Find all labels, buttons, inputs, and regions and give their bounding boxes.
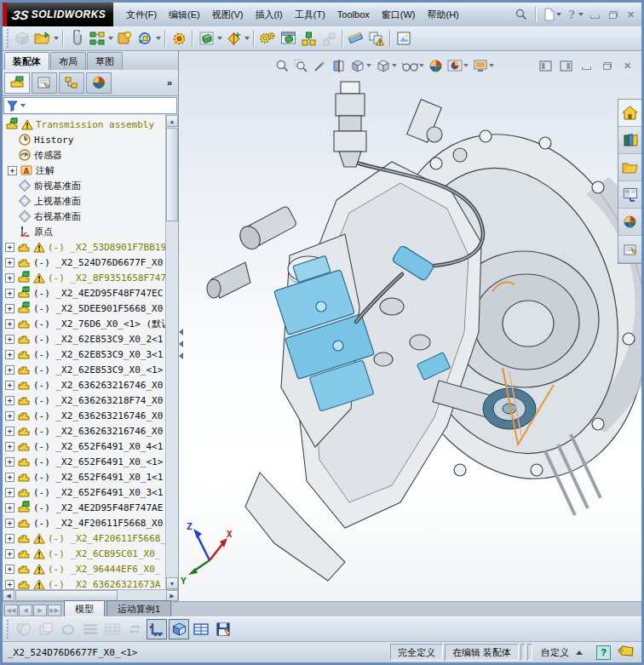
tag-icon[interactable] [618,645,635,659]
expand-icon[interactable]: + [5,442,14,451]
section-view-button[interactable] [331,57,347,74]
graphics-area[interactable]: Z X Y [179,51,641,601]
shaded-view-button[interactable] [169,619,189,639]
scroll-left-arrow[interactable]: ◀ [3,590,14,601]
menu-insert[interactable]: 插入(I) [249,6,288,24]
tree-folder[interactable]: 原点 [3,224,165,239]
chevron-down-icon[interactable] [244,37,250,40]
expand-icon[interactable]: + [5,457,14,467]
tree-component[interactable]: +(-) _X2_76D6_X0_<1> (默认 [3,316,165,331]
expand-icon[interactable]: + [5,396,14,405]
exploded-view-button[interactable] [298,28,319,49]
expand-icon[interactable]: + [5,381,14,390]
filter-animation-button[interactable] [14,619,34,639]
interference-detection-button[interactable] [366,28,387,49]
tab-scroll-first-button[interactable]: ◀◀ [4,605,18,616]
attachment-button[interactable] [66,28,87,49]
tree-component[interactable]: +(-) _X2_53D8901F7BB19 [3,239,165,255]
expand-icon[interactable]: + [5,411,14,421]
document-minimize-button[interactable] [579,60,594,72]
tree-component[interactable]: +(-) _X2_62E853C9_X0_3<1 [3,347,165,362]
tree-folder[interactable]: +A注解 [3,163,165,178]
document-restore-button[interactable] [600,60,614,72]
chart-axes-button[interactable] [147,619,167,639]
tree-component[interactable]: +(-) _X2_636263216746_X0 [3,377,165,393]
tab-assembly[interactable]: 装配体 [4,52,49,70]
previous-view-button[interactable] [312,57,328,74]
expand-icon[interactable]: + [5,289,14,298]
tab-scroll-last-button[interactable]: ▶▶ [48,605,61,616]
tree-component[interactable]: +(-) _X2_8F9351658F747 [3,270,165,285]
swap-arrows-button[interactable] [124,619,145,639]
expand-icon[interactable]: + [5,319,14,329]
tree-folder[interactable]: 前视基准面 [3,178,165,193]
chevron-down-icon[interactable] [20,104,26,107]
scroll-up-arrow[interactable]: ▲ [166,115,178,127]
pane-toggle-right-icon[interactable] [559,57,573,74]
quick-tips-button[interactable]: ? [596,645,611,660]
tree-component[interactable]: +(-) _X2_652F6491_X0_1<1 [3,469,165,484]
expand-icon[interactable]: + [5,335,14,344]
tree-component[interactable]: +(-) _X2_6CB95C01_X0_ [3,546,165,561]
menu-help[interactable]: 帮助(H) [421,6,464,24]
tree-component[interactable]: +(-) _X2_652F6491_X0_4<1 [3,439,165,454]
expand-icon[interactable]: + [8,166,17,175]
menu-window[interactable]: 窗口(W) [376,6,422,24]
explode-line-sketch-button[interactable] [319,28,339,49]
document-close-button[interactable]: ✕ [620,60,635,72]
tree-component[interactable]: +(-) _X2_636263216746_X0 [3,423,165,439]
solidworks-resources-button[interactable] [618,100,641,127]
tree-filter-input[interactable] [3,97,177,114]
tree-component[interactable]: +(-) _X2_62E853C9_X0_<1> [3,362,165,377]
tab-displaymanager[interactable] [86,72,112,94]
expand-icon[interactable]: + [5,427,14,436]
tree-component[interactable]: +(-) _X2_652F6491_X0_3<1 [3,484,165,500]
gears-button[interactable] [257,28,278,49]
hide-show-items-button[interactable] [400,57,425,74]
expand-icon[interactable]: + [5,273,14,283]
rotate-view-button[interactable] [58,619,78,639]
tree-folder[interactable]: 传感器 [3,147,165,163]
expand-icon[interactable]: + [5,565,14,574]
tree-component[interactable]: +(-) _X2_62E853C9_X0_2<1 [3,331,165,347]
tab-featuremanager[interactable] [4,72,30,94]
apply-scene-button[interactable] [446,57,469,74]
tree-folder[interactable]: History [3,132,165,147]
tab-scroll-prev-button[interactable]: ◀ [19,605,32,616]
menu-toolbox[interactable]: Toolbox [331,7,376,22]
expand-icon[interactable]: + [5,304,14,313]
tree-component[interactable]: +(-) _X2_5DEE901F5668_X0 [3,301,165,316]
display-style-button[interactable] [375,57,398,74]
copy-results-button[interactable] [36,619,56,639]
tree-component[interactable]: +(-) _X2_96444EF6_X0_ [3,561,165,576]
mate-button[interactable] [87,28,107,49]
panel-splitter-handle[interactable] [179,325,185,359]
tree-vertical-scrollbar[interactable]: ▲ ▼ [165,115,178,589]
open-button[interactable] [32,28,53,49]
expand-icon[interactable]: + [5,473,14,482]
expand-icon[interactable]: + [5,503,14,513]
table-button[interactable] [191,619,211,639]
expand-icon[interactable]: + [5,519,14,528]
edit-appearance-button[interactable] [428,57,444,74]
toolbar-grip[interactable] [6,29,10,48]
rotate-component-button[interactable] [135,28,155,49]
assembly-features-button[interactable] [196,28,216,49]
scrollbar-thumb[interactable] [166,128,178,221]
tree-component[interactable]: +(-) _X2_636263218F74_X0 [3,393,165,408]
grid-view-button[interactable] [102,619,123,639]
image-button[interactable] [394,28,414,49]
list-view-button[interactable] [80,619,101,639]
panel-overflow-chevron[interactable]: » [167,77,176,88]
tab-sketch[interactable]: 草图 [87,52,123,70]
tree-folder[interactable]: 右视基准面 [3,209,165,224]
tab-layout[interactable]: 布局 [50,52,86,70]
tab-scroll-next-button[interactable]: ▶ [33,605,47,616]
electrical-connector[interactable] [334,82,366,167]
tab-motion-study-1[interactable]: 运动算例1 [106,600,171,616]
tree-horizontal-scrollbar[interactable]: ◀ ▶ [3,589,178,601]
section-view-button[interactable] [346,28,366,49]
expand-icon[interactable]: + [5,488,14,497]
units-dropdown[interactable]: 自定义 [534,645,589,660]
tree-folder[interactable]: 上视基准面 [3,193,165,209]
